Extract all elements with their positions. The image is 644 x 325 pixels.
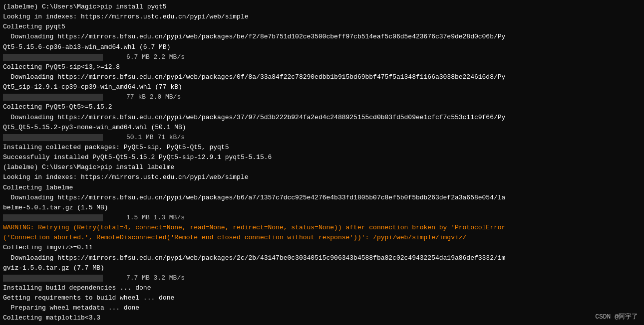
progress-row: 50.1 MB 71 kB/s — [3, 133, 641, 143]
progress-bar-container — [3, 134, 103, 141]
progress-label: 6.7 MB 2.2 MB/s — [107, 52, 185, 62]
terminal-window: (labelme) C:\Users\Magic>pip install pyq… — [0, 0, 644, 325]
progress-label: 50.1 MB 71 kB/s — [107, 133, 185, 143]
terminal-line: Collecting labelme — [3, 183, 641, 193]
terminal-line: gviz-1.5.0.tar.gz (7.7 MB) — [3, 263, 641, 273]
terminal-line: Qt5_sip-12.9.1-cp39-cp39-win_amd64.whl (… — [3, 82, 641, 92]
progress-label: 77 kB 2.0 MB/s — [107, 92, 181, 102]
terminal-line: Installing build dependencies ... done — [3, 283, 641, 293]
progress-bar-container — [3, 275, 103, 282]
terminal-line: Collecting matplotlib<3.3 — [3, 313, 641, 323]
terminal-line: Collecting pyqt5 — [3, 22, 641, 32]
progress-row: 6.7 MB 2.2 MB/s — [3, 52, 641, 62]
terminal-line: Downloading https://mirrors.bfsu.edu.cn/… — [3, 32, 641, 42]
progress-bar-container — [3, 94, 103, 101]
progress-bar-container — [3, 214, 103, 221]
terminal-line: Successfully installed PyQt5-Qt5-5.15.2 … — [3, 153, 641, 162]
watermark: CSDN @阿宇了 — [595, 312, 638, 321]
terminal-line: Preparing wheel metadata ... done — [3, 303, 641, 313]
terminal-line: Downloading https://mirrors.bfsu.edu.cn/… — [3, 193, 641, 203]
progress-label: 1.5 MB 1.3 MB/s — [107, 213, 185, 223]
terminal-line: Downloading https://mirrors.bfsu.edu.cn/… — [3, 113, 641, 123]
terminal-line: Looking in indexes: https://mirrors.ustc… — [3, 12, 641, 22]
terminal-line: Looking in indexes: https://mirrors.ustc… — [3, 172, 641, 182]
terminal-line: Qt5-5.15.6-cp36-abi3-win_amd64.whl (6.7 … — [3, 42, 641, 52]
terminal-line: Collecting PyQt5-sip<13,>=12.8 — [3, 62, 641, 72]
terminal-line: WARNING: Retrying (Retry(total=4, connec… — [3, 223, 641, 233]
progress-row: 7.7 MB 3.2 MB/s — [3, 273, 641, 283]
progress-row: 1.5 MB 1.3 MB/s — [3, 213, 641, 223]
progress-label: 7.7 MB 3.2 MB/s — [107, 273, 185, 283]
terminal-line: Downloading https://mirrors.bfsu.edu.cn/… — [3, 253, 641, 263]
terminal-line: Collecting PyQt5-Qt5>=5.15.2 — [3, 102, 641, 112]
terminal-line: belme-5.0.1.tar.gz (1.5 MB) — [3, 203, 641, 213]
terminal-line: (labelme) C:\Users\Magic>pip install pyq… — [3, 2, 641, 12]
terminal-line: Installing collected packages: PyQt5-sip… — [3, 143, 641, 153]
terminal-line: Getting requirements to build wheel ... … — [3, 293, 641, 303]
terminal-line: Collecting imgviz>=0.11 — [3, 243, 641, 253]
progress-row: 77 kB 2.0 MB/s — [3, 92, 641, 102]
terminal-line: Downloading https://mirrors.bfsu.edu.cn/… — [3, 72, 641, 82]
progress-bar-container — [3, 54, 103, 61]
terminal-line: Qt5_Qt5-5.15.2-py3-none-win_amd64.whl (5… — [3, 123, 641, 133]
terminal-line: (labelme) C:\Users\Magic>pip install lab… — [3, 162, 641, 172]
terminal-line: ('Connection aborted.', RemoteDisconnect… — [3, 233, 641, 243]
